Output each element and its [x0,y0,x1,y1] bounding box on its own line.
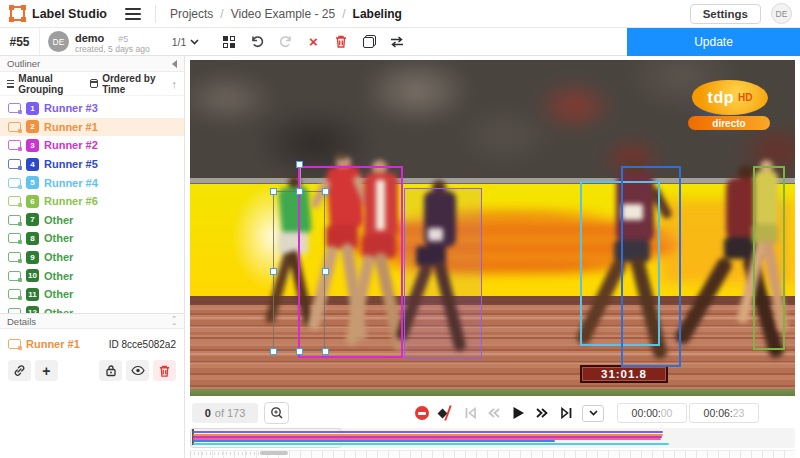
details-header[interactable]: Details ⌃⌄ [0,313,184,329]
task-id: #55 [0,28,40,55]
top-bar: Label Studio Projects / Video Example - … [0,0,800,28]
timeline-region-bar [193,440,555,442]
grouping-icon [7,80,14,88]
frame-counter[interactable]: 0 of 173 [192,403,258,423]
region-row[interactable]: 10Other [0,266,184,285]
zoom-tool-button[interactable] [264,402,289,424]
region-index-badge: 4 [26,158,39,171]
region-row[interactable]: 3Runner #2 [0,136,184,155]
task-bar: #55 DE demo#5 created, 5 days ago 1/1 × … [0,28,800,56]
label-studio-logo-icon [10,6,25,21]
total-duration: 00:06:23 [689,403,759,423]
duplicate-button[interactable] [359,32,379,52]
resize-handle[interactable] [270,348,277,355]
menu-icon[interactable] [125,8,141,20]
add-relation-button[interactable]: + [35,360,58,381]
breadcrumb-task[interactable]: Video Example - 25 [231,7,336,21]
play-button[interactable] [510,405,526,421]
region-row[interactable]: 2Runner #1 [0,118,184,137]
region-box-runner-1[interactable] [273,191,325,351]
region-label: Runner #2 [44,139,98,151]
delete-annotation-button[interactable] [331,32,351,52]
ordering-select[interactable]: Ordered by Time [90,73,166,95]
region-index-badge: 7 [26,213,39,226]
region-index-badge: 1 [26,102,39,115]
divider [155,5,156,23]
sort-direction-button[interactable]: ↑ [172,78,178,90]
region-index-badge: 11 [26,288,39,301]
interpolation-toggle-button[interactable] [438,405,454,421]
ordering-icon [90,79,98,88]
region-row[interactable]: 8Other [0,229,184,248]
region-row[interactable]: 5Runner #4 [0,173,184,192]
undo-button[interactable] [247,32,267,52]
skip-to-start-button[interactable] [462,405,478,421]
user-avatar[interactable]: DE [771,3,792,24]
delete-region-button[interactable] [153,360,176,381]
labeling-workspace: tdp HD directo 31:01.8 0 of 173 [185,56,800,458]
link-region-button[interactable] [8,360,31,381]
annotation-info[interactable]: DE demo#5 created, 5 days ago [40,29,158,55]
rotate-handle[interactable] [296,161,303,168]
region-label: Other [44,251,73,263]
region-label: Runner #6 [44,195,98,207]
keyframe-slash-icon [438,406,454,420]
grouping-select[interactable]: Manual Grouping [7,73,85,95]
outliner-header[interactable]: Outliner [0,56,184,72]
region-shape-icon [8,215,21,225]
resize-handle[interactable] [322,188,329,195]
region-shape-icon [8,271,21,281]
region-row[interactable]: 11Other [0,285,184,304]
region-row[interactable]: 4Runner #5 [0,155,184,174]
breadcrumb-projects[interactable]: Projects [170,7,213,21]
keyframe-toggle-button[interactable] [414,405,430,421]
collapse-panel-icon[interactable] [172,60,177,68]
region-box-runner-6[interactable] [753,166,785,350]
timeline-scroll-thumb[interactable] [260,451,288,455]
region-label: Other [44,232,73,244]
hide-region-button[interactable] [126,360,149,381]
region-list: 1Runner #32Runner #13Runner #24Runner #5… [0,96,184,322]
selected-region-label: Runner #1 [26,338,80,350]
region-index-badge: 9 [26,251,39,264]
video-controls: 0 of 173 [185,399,800,427]
region-row[interactable]: 9Other [0,248,184,267]
resize-handle[interactable] [270,188,277,195]
frame-options-button[interactable] [582,405,604,422]
timeline-ruler[interactable] [190,450,795,458]
view-all-button[interactable] [219,32,239,52]
region-label: Runner #4 [44,177,98,189]
resize-panel-icon[interactable]: ⌃⌄ [171,317,177,325]
resize-handle[interactable] [322,268,329,275]
step-forward-button[interactable] [534,405,550,421]
reject-button[interactable]: × [303,32,323,52]
video-canvas[interactable]: tdp HD directo 31:01.8 [190,60,795,396]
region-id: ID 8cce5082a2 [109,339,176,350]
annotation-number: #5 [118,34,128,44]
step-backward-button[interactable] [486,405,502,421]
resize-handle[interactable] [270,268,277,275]
region-row[interactable]: 6Runner #6 [0,192,184,211]
redo-button[interactable] [275,32,295,52]
settings-button[interactable]: Settings [690,4,761,24]
region-label: Other [44,214,73,226]
keyframe-icon [415,406,429,420]
update-button[interactable]: Update [627,28,800,56]
annotation-pager[interactable]: 1/1 [172,36,200,48]
resize-handle[interactable] [322,348,329,355]
region-box-runner-5[interactable] [621,166,681,367]
region-label: Runner #3 [44,102,98,114]
region-row[interactable]: 7Other [0,211,184,230]
region-shape-icon [8,339,21,349]
region-row[interactable]: 1Runner #3 [0,99,184,118]
region-box-runner-3[interactable] [404,188,482,359]
resize-handle[interactable] [296,188,303,195]
lock-region-button[interactable] [99,360,122,381]
timeline-minimap[interactable] [190,428,795,448]
region-shape-icon [8,159,21,169]
region-shape-icon [8,103,21,113]
transfer-button[interactable] [387,32,407,52]
resize-handle[interactable] [296,348,303,355]
region-shape-icon [8,196,21,206]
skip-to-end-button[interactable] [558,405,574,421]
